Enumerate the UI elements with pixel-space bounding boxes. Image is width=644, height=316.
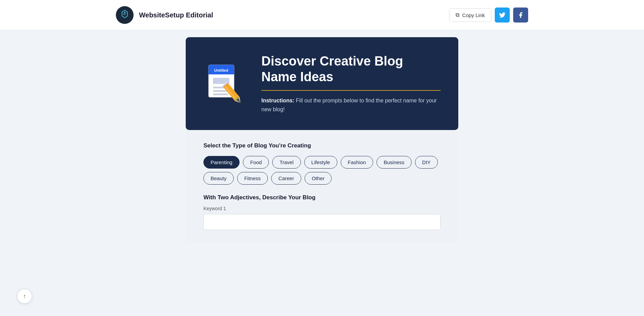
header-left: WebsiteSetup Editorial [116, 6, 213, 24]
hero-icon: Untitled [203, 61, 248, 106]
scroll-top-button[interactable]: ↑ [17, 289, 32, 304]
tag-other[interactable]: Other [305, 172, 332, 185]
tag-diy[interactable]: DIY [415, 156, 438, 169]
keyword1-input[interactable] [203, 214, 441, 230]
brand-name: WebsiteSetup Editorial [139, 11, 213, 19]
scroll-top-icon: ↑ [23, 293, 26, 300]
blog-type-tags: ParentingFoodTravelLifestyleFashionBusin… [203, 156, 441, 185]
tag-career[interactable]: Career [271, 172, 301, 185]
form-section: Select the Type of Blog You're Creating … [186, 130, 458, 242]
tag-beauty[interactable]: Beauty [203, 172, 234, 185]
twitter-button[interactable] [495, 8, 510, 23]
hero-instructions: Instructions: Fill out the prompts below… [261, 96, 441, 114]
svg-rect-8 [213, 94, 228, 95]
facebook-button[interactable] [513, 8, 528, 23]
tag-travel[interactable]: Travel [272, 156, 301, 169]
svg-text:Untitled: Untitled [214, 68, 228, 72]
svg-point-0 [124, 12, 125, 13]
copy-icon: ⧉ [456, 12, 459, 18]
copy-link-label: Copy Link [462, 12, 485, 18]
tag-fitness[interactable]: Fitness [237, 172, 268, 185]
tag-food[interactable]: Food [243, 156, 269, 169]
svg-rect-7 [213, 90, 227, 92]
copy-link-button[interactable]: ⧉ Copy Link [449, 8, 491, 22]
header: WebsiteSetup Editorial ⧉ Copy Link [0, 0, 644, 30]
tag-parenting[interactable]: Parenting [203, 156, 240, 169]
tag-business[interactable]: Business [377, 156, 412, 169]
adjectives-label: With Two Adjectives, Describe Your Blog [203, 194, 441, 201]
instructions-bold: Instructions: [261, 98, 294, 103]
hero-text: Discover Creative Blog Name Ideas Instru… [261, 54, 441, 114]
keyword1-label: Keyword 1 [203, 206, 441, 211]
tag-lifestyle[interactable]: Lifestyle [304, 156, 337, 169]
hero-card: Untitled [186, 37, 458, 130]
logo-icon [116, 6, 134, 24]
hero-title: Discover Creative Blog Name Ideas [261, 54, 441, 85]
header-actions: ⧉ Copy Link [449, 8, 528, 23]
main-content: Untitled [186, 37, 458, 242]
type-label: Select the Type of Blog You're Creating [203, 142, 441, 149]
tag-fashion[interactable]: Fashion [341, 156, 373, 169]
logo-symbol [120, 9, 129, 21]
hero-divider [261, 90, 441, 91]
